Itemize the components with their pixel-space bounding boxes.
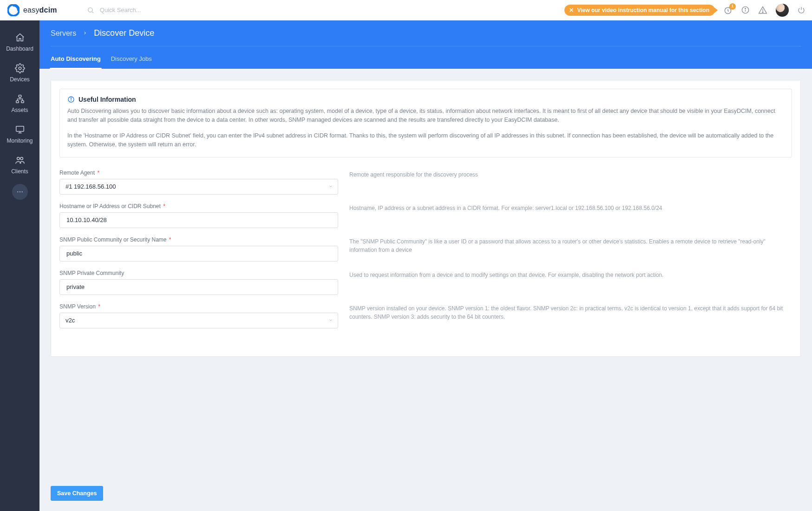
home-icon: [15, 33, 25, 43]
svg-point-2: [88, 7, 92, 12]
snmp-private-input-wrap: [59, 279, 338, 295]
svg-point-1: [12, 8, 15, 12]
svg-rect-13: [21, 101, 24, 103]
remote-agent-value: #1 192.168.56.100: [65, 183, 116, 190]
svg-point-9: [762, 12, 763, 13]
svg-line-3: [92, 12, 93, 13]
sidebar-item-devices[interactable]: Devices: [0, 58, 39, 88]
tab-discovery-jobs[interactable]: Discovery Jobs: [111, 49, 152, 69]
snmp-public-help: The "SNMP Public Community" is like a us…: [349, 236, 792, 254]
form-row-remote-agent: Remote Agent * #1 192.168.56.100 Remote …: [59, 170, 792, 195]
footer: Save Changes: [39, 486, 812, 511]
form-row-snmp-public: SNMP Public Community or Security Name *…: [59, 236, 792, 262]
svg-rect-14: [16, 126, 24, 131]
svg-rect-12: [16, 101, 19, 103]
svg-rect-11: [19, 95, 21, 98]
form-row-snmp-version: SNMP Version * v2c SNMP version installe…: [59, 303, 792, 328]
notifications-badge: 1: [729, 3, 736, 10]
network-icon: [15, 94, 25, 104]
hostname-input[interactable]: [65, 216, 333, 224]
search-icon: [87, 7, 94, 14]
sidebar-item-label: Assets: [11, 107, 28, 113]
snmp-version-select[interactable]: v2c: [59, 313, 338, 328]
chevron-right-icon: [83, 30, 87, 37]
avatar[interactable]: [776, 4, 789, 17]
main: Servers Discover Device Auto Discovering…: [39, 20, 812, 511]
hostname-input-wrap: [59, 212, 338, 228]
info-title-text: Useful Information: [79, 96, 136, 103]
remote-agent-label: Remote Agent *: [59, 170, 338, 176]
form-row-snmp-private: SNMP Private Community Used to request i…: [59, 270, 792, 295]
breadcrumb: Servers Discover Device: [51, 20, 801, 46]
snmp-private-input[interactable]: [65, 283, 333, 291]
form: Remote Agent * #1 192.168.56.100 Remote …: [51, 157, 800, 356]
sidebar-item-dashboard[interactable]: Dashboard: [0, 27, 39, 58]
info-box: Useful Information Auto Discovering allo…: [59, 89, 792, 157]
tab-auto-discovering[interactable]: Auto Discovering: [51, 49, 101, 69]
logo-icon: [7, 4, 20, 16]
chevron-down-icon: [328, 183, 333, 190]
snmp-private-help: Used to request information from a devic…: [349, 270, 792, 279]
svg-point-18: [19, 191, 20, 192]
alert-icon[interactable]: [758, 6, 767, 15]
video-banner-text: View our video instruction manual for th…: [577, 7, 710, 13]
info-paragraph: Auto Discovering allows you to discover …: [67, 107, 784, 125]
search[interactable]: [87, 6, 210, 14]
snmp-version-label: SNMP Version *: [59, 303, 338, 310]
svg-point-19: [21, 191, 22, 192]
sidebar-item-label: Devices: [10, 76, 30, 83]
timer-icon[interactable]: 1: [723, 6, 733, 15]
topbar-actions: ✕ View our video instruction manual for …: [564, 4, 806, 17]
svg-point-10: [19, 67, 21, 70]
logo[interactable]: easydcim: [7, 4, 57, 16]
save-button[interactable]: Save Changes: [51, 486, 103, 501]
info-title: Useful Information: [67, 96, 784, 103]
form-card: Useful Information Auto Discovering allo…: [51, 80, 801, 357]
remote-agent-help: Remote agent responsible for the discove…: [349, 170, 792, 179]
power-icon[interactable]: [797, 6, 805, 14]
svg-point-7: [745, 8, 746, 9]
topbar: easydcim ✕ View our video instruction ma…: [0, 0, 812, 20]
page-header: Servers Discover Device Auto Discovering…: [39, 20, 812, 69]
content: Useful Information Auto Discovering allo…: [39, 69, 812, 486]
sidebar: Dashboard Devices Assets Monitoring Clie…: [0, 20, 39, 511]
logo-text: easydcim: [23, 6, 57, 14]
sidebar-item-assets[interactable]: Assets: [0, 88, 39, 119]
close-icon[interactable]: ✕: [569, 7, 574, 13]
svg-point-15: [17, 157, 20, 160]
chevron-down-icon: [328, 317, 333, 324]
info-icon: [67, 96, 75, 103]
sidebar-more[interactable]: [12, 184, 28, 200]
remote-agent-select[interactable]: #1 192.168.56.100: [59, 179, 338, 195]
search-input[interactable]: [99, 6, 210, 14]
sidebar-item-clients[interactable]: Clients: [0, 150, 39, 180]
page-tabs: Auto Discovering Discovery Jobs: [51, 46, 801, 69]
breadcrumb-parent[interactable]: Servers: [51, 29, 76, 38]
snmp-version-help: SNMP version installed on your device. S…: [349, 303, 792, 321]
info-paragraph: In the 'Hostname or IP Address or CIDR S…: [67, 131, 784, 150]
dots-icon: [16, 188, 24, 196]
snmp-private-label: SNMP Private Community: [59, 270, 338, 276]
sidebar-item-label: Monitoring: [7, 138, 33, 144]
users-icon: [15, 155, 25, 165]
sidebar-item-monitoring[interactable]: Monitoring: [0, 119, 39, 150]
page-title: Discover Device: [94, 28, 154, 38]
svg-point-17: [17, 191, 18, 192]
info-icon[interactable]: [741, 6, 750, 14]
monitor-icon: [15, 124, 25, 135]
snmp-public-input[interactable]: [65, 249, 333, 257]
video-banner[interactable]: ✕ View our video instruction manual for …: [564, 5, 715, 16]
svg-point-22: [71, 98, 71, 98]
gear-icon: [15, 63, 25, 73]
form-row-hostname: Hostname or IP Address or CIDR Subnet * …: [59, 203, 792, 228]
svg-point-16: [20, 157, 22, 160]
snmp-public-input-wrap: [59, 246, 338, 262]
snmp-version-value: v2c: [65, 317, 75, 324]
hostname-help: Hostname, IP address or a subnet address…: [349, 203, 792, 212]
sidebar-item-label: Clients: [11, 168, 28, 175]
hostname-label: Hostname or IP Address or CIDR Subnet *: [59, 203, 338, 210]
snmp-public-label: SNMP Public Community or Security Name *: [59, 236, 338, 243]
sidebar-item-label: Dashboard: [6, 46, 33, 52]
